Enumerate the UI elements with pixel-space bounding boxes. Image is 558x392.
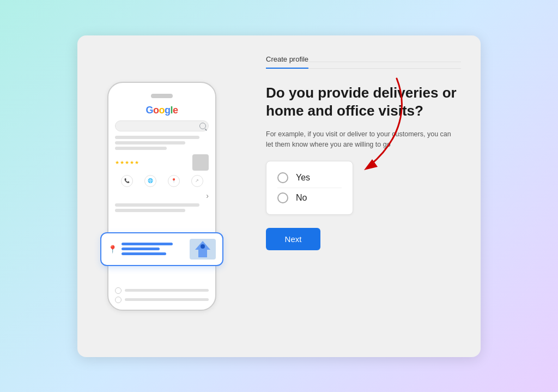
- question-description: For example, if you visit or deliver to …: [266, 129, 451, 150]
- highlight-line: [122, 252, 166, 255]
- phone-bottom-line: [125, 289, 209, 292]
- phone-bottom-row: [115, 297, 209, 303]
- option-yes-label: Yes: [296, 173, 310, 183]
- phone-line: [115, 136, 199, 139]
- search-icon: [199, 123, 206, 129]
- phone-bottom-line: [125, 298, 209, 301]
- svg-point-2: [201, 244, 205, 249]
- rating-stars: ★★★★★: [115, 160, 140, 165]
- option-no-label: No: [296, 193, 307, 203]
- phone-highlight-card: 📍: [100, 232, 223, 266]
- options-container: Yes No: [266, 161, 353, 215]
- phone-notch: [151, 94, 173, 98]
- phone-more-chevron: ›: [115, 191, 209, 200]
- tab-create-profile[interactable]: Create profile: [266, 55, 308, 69]
- main-card: Google ★★★★★ 📞 🌐 📍 ↗: [77, 35, 481, 357]
- phone-stars-row: ★★★★★: [115, 154, 209, 171]
- option-no-row[interactable]: No: [277, 188, 342, 208]
- phone-extra-lines: [115, 203, 209, 212]
- phone-thumbnail: [192, 154, 209, 171]
- question-section: Do you provide deliveries or home and of…: [266, 84, 461, 250]
- phone-mockup: Google ★★★★★ 📞 🌐 📍 ↗: [107, 82, 216, 311]
- option-yes-row[interactable]: Yes: [277, 168, 342, 188]
- phone-line: [115, 203, 199, 207]
- phone-bottom-row: [115, 287, 209, 294]
- next-button[interactable]: Next: [266, 228, 320, 250]
- phone-search-bar: [115, 120, 209, 131]
- phone-action-icon: 📍: [168, 175, 180, 187]
- phone-line: [115, 147, 167, 150]
- phone-icons-row: 📞 🌐 📍 ↗: [115, 175, 209, 187]
- phone-line: [115, 209, 185, 212]
- highlight-line: [122, 248, 160, 250]
- phone-content-lines: [115, 136, 209, 150]
- phone-line: [115, 141, 185, 144]
- left-illustration-panel: Google ★★★★★ 📞 🌐 📍 ↗: [77, 35, 246, 357]
- radio-no[interactable]: [277, 192, 288, 203]
- google-logo: Google: [145, 105, 178, 116]
- tab-underline: [308, 62, 461, 62]
- question-title: Do you provide deliveries or home and of…: [266, 84, 461, 121]
- highlight-text-lines: [122, 243, 185, 255]
- phone-bottom-icon: [115, 287, 122, 294]
- tab-header: Create profile: [266, 55, 461, 69]
- phone-action-icon: ↗: [191, 175, 203, 187]
- phone-action-icon: 📞: [121, 175, 133, 187]
- phone-bottom-icon: [115, 297, 122, 303]
- map-thumbnail: [190, 239, 216, 260]
- highlight-line: [122, 243, 173, 245]
- phone-action-icon: 🌐: [144, 175, 156, 187]
- right-form-panel: Create profile Do you provide deliveries…: [246, 35, 481, 357]
- svg-marker-3: [364, 159, 378, 170]
- location-pin-icon: 📍: [108, 245, 117, 254]
- radio-yes[interactable]: [277, 172, 288, 183]
- phone-bottom-rows: [115, 287, 209, 303]
